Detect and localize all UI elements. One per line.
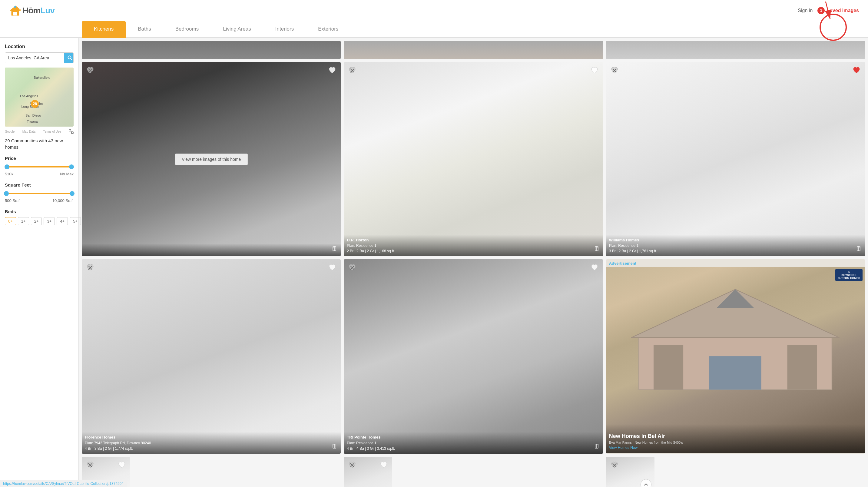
heart-left-1[interactable] [85,65,96,76]
heart-right-bc1[interactable] [116,460,127,470]
card-info-2: D.R. Horton Plan: Residence 1 2 Br | 2 B… [347,237,395,254]
ad-title: New Homes in Bel Air [609,433,862,439]
luved-images-button[interactable]: 1 Luved images [817,7,859,14]
heart-right-3[interactable] [851,65,862,76]
bottom-card-3[interactable] [606,457,654,487]
scroll-to-top-button[interactable] [641,479,651,487]
svg-line-7 [71,59,72,60]
card-plan-5: Plan: Residence 1 [347,440,395,446]
share-button-2[interactable] [593,246,600,254]
beds-filter: Beds 0+ 1+ 2+ 3+ 4+ 5+ [5,209,73,225]
top-partial-card-3 [606,41,865,59]
svg-rect-8 [69,129,71,131]
sqft-thumb-min[interactable] [4,191,9,196]
image-card-1[interactable]: View more images of this home [82,62,341,256]
heart-left-5[interactable] [347,262,358,273]
search-icon [67,55,73,61]
image-card-4[interactable]: Florence Homes Plan: 7942 Telegraph Rd, … [82,259,341,453]
card-plan-3: Plan: Residence 1 [609,243,657,248]
card-builder-4: Florence Homes [85,434,151,440]
communities-text: 29 Communities with 43 new homes [5,138,73,150]
sqft-min: 500 Sq.ft [5,199,21,203]
heart-left-bc2[interactable] [347,460,358,470]
tab-baths[interactable]: Baths [126,21,163,38]
share-button-3[interactable] [855,246,862,254]
svg-point-3 [14,6,16,8]
map-data-text: Map Data [23,130,35,133]
price-thumb-max[interactable] [69,164,74,169]
share-button-1[interactable] [331,246,338,254]
tab-interiors[interactable]: Interiors [263,21,306,38]
heart-empty-icon-bc2 [379,461,388,469]
location-search-button[interactable] [64,53,73,63]
heart-right-bc2[interactable] [378,460,389,470]
heart-right-2[interactable] [589,65,600,76]
view-more-button[interactable]: View more images of this home [175,154,248,165]
heart-left-bc3[interactable] [609,460,620,470]
logo[interactable]: HōmLuv [9,5,55,16]
price-slider[interactable] [5,164,73,170]
bed-option-0[interactable]: 0+ [5,217,16,225]
share-icon-5 [593,444,600,450]
image-card-2[interactable]: D.R. Horton Plan: Residence 1 2 Br | 2 B… [344,62,603,256]
card-builder-5: TRI Pointe Homes [347,434,395,440]
location-input-wrap [5,52,73,63]
price-values: $10k No Max [5,172,73,176]
share-icon-1 [331,246,338,252]
heart-right-4[interactable] [327,262,338,273]
card-builder-3: Williams Homes [609,237,657,243]
price-track [5,166,73,168]
bed-option-1[interactable]: 1+ [18,217,29,225]
keystone-logo: KKEYSTONECUSTOM HOMES [835,269,863,281]
card-plan-2: Plan: Residence 1 [347,243,395,248]
bottom-partial-row [82,457,865,487]
google-logo: Google [5,130,14,133]
sign-in-link[interactable]: Sign in [798,8,813,13]
heart-right-5[interactable] [589,262,600,273]
expand-map-icon[interactable] [69,129,73,134]
card-details-2: 2 Br | 2 Ba | 2 Gr | 1,168 sq.ft. [347,248,395,254]
tab-bedrooms[interactable]: Bedrooms [163,21,211,38]
sqft-slider[interactable] [5,190,73,196]
luv-text: Luv [827,8,835,13]
heart-left-bc1[interactable] [85,460,96,470]
bed-option-2[interactable]: 2+ [31,217,42,225]
card-info-4: Florence Homes Plan: 7942 Telegraph Rd, … [85,434,151,451]
bed-option-4[interactable]: 4+ [57,217,68,225]
map-label-bakersfield: Bakersfield [34,76,50,79]
tab-kitchens[interactable]: Kitchens [82,21,126,38]
tab-bar: Kitchens Baths Bedrooms Living Areas Int… [0,21,868,38]
cross-heart-icon-bc1 [86,461,94,469]
bed-option-3[interactable]: 3+ [43,217,55,225]
sqft-values: 500 Sq.ft 10,000 Sq.ft [5,199,73,203]
sqft-max: 10,000 Sq.ft [52,199,73,203]
heart-left-2[interactable] [347,65,358,76]
sqft-thumb-max[interactable] [70,191,74,196]
location-input[interactable] [5,53,64,63]
bottom-card-2[interactable] [344,457,392,487]
price-min: $10k [5,172,13,176]
image-card-5[interactable]: TRI Pointe Homes Plan: Residence 1 4 Br … [344,259,603,453]
heart-left-4[interactable] [85,262,96,273]
heart-right-1[interactable] [327,65,338,76]
map-container: Bakersfield Los Angeles Anaheim Long Bea… [5,67,73,127]
tab-exteriors[interactable]: Exteriors [306,21,350,38]
cross-heart-icon-bc2 [348,461,356,469]
ad-link[interactable]: View Homes Now [609,446,862,450]
share-button-5[interactable] [593,444,600,451]
heart-empty-icon-2 [590,66,599,75]
svg-rect-9 [71,132,73,133]
share-button-4[interactable] [331,444,338,451]
card-overlay-5: TRI Pointe Homes Plan: Residence 1 4 Br … [344,432,603,454]
advertisement-card: Advertisement New Homes in Bel Air Eva M… [606,259,865,453]
card-info-5: TRI Pointe Homes Plan: Residence 1 4 Br … [347,434,395,451]
luved-count-badge: 1 [817,7,825,14]
tab-living-areas[interactable]: Living Areas [211,21,263,38]
price-thumb-min[interactable] [4,164,9,169]
content-area: View more images of this home [79,38,868,487]
card-overlay-2: D.R. Horton Plan: Residence 1 2 Br | 2 B… [344,235,603,256]
heart-filled-icon-3 [852,66,861,75]
map-footer: Google Map Data Terms of Use [5,129,73,134]
heart-left-3[interactable] [609,65,620,76]
image-card-3[interactable]: Williams Homes Plan: Residence 1 3 Br | … [606,62,865,256]
